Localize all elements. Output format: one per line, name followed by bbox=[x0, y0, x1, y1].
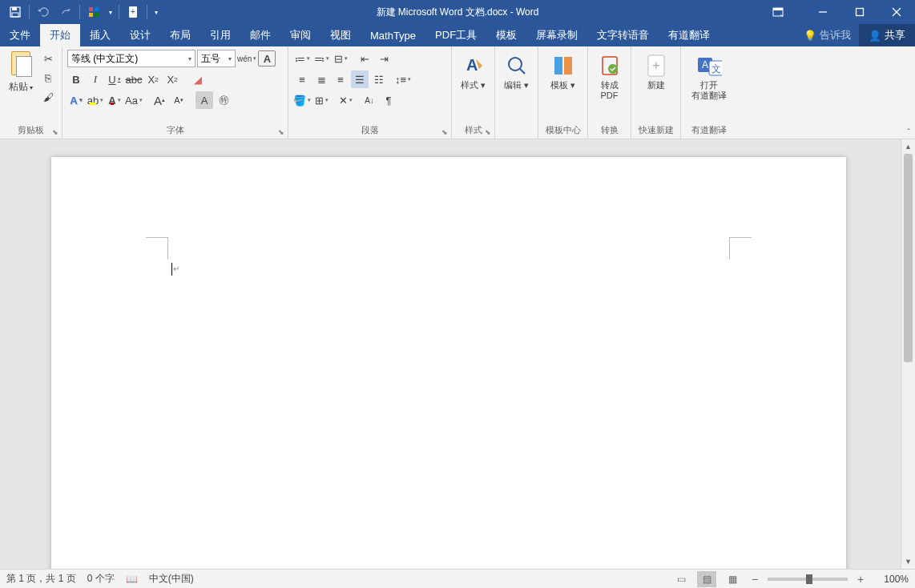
multilevel-list-button[interactable]: ⊟ bbox=[332, 50, 349, 67]
tab-review[interactable]: 审阅 bbox=[280, 24, 320, 46]
zoom-thumb[interactable] bbox=[806, 574, 812, 584]
template-button[interactable]: 模板 ▾ bbox=[543, 50, 582, 94]
collapse-ribbon-button[interactable]: ˆ bbox=[907, 127, 910, 137]
tab-tts[interactable]: 文字转语音 bbox=[587, 24, 659, 46]
distributed-button[interactable]: ☷ bbox=[370, 70, 388, 88]
font-name-combo[interactable]: 等线 (中文正文)▾ bbox=[67, 50, 195, 67]
borders-button[interactable]: ⊞ bbox=[312, 91, 330, 109]
zoom-out-button[interactable]: − bbox=[748, 573, 761, 586]
subscript-button[interactable]: X2 bbox=[144, 70, 162, 88]
vertical-scrollbar[interactable]: ▲ ▼ bbox=[901, 139, 915, 569]
zoom-level[interactable]: 100% bbox=[873, 574, 909, 585]
char-border-button[interactable]: A bbox=[258, 50, 276, 66]
superscript-button[interactable]: X2 bbox=[163, 70, 181, 88]
print-layout-button[interactable]: ▤ bbox=[697, 571, 716, 587]
tell-me-search[interactable]: 💡告诉我 bbox=[796, 24, 859, 46]
maximize-button[interactable] bbox=[841, 0, 878, 24]
tab-layout[interactable]: 布局 bbox=[160, 24, 200, 46]
text-effects-button[interactable]: A bbox=[67, 91, 85, 109]
word-count[interactable]: 0 个字 bbox=[87, 572, 115, 586]
styles-button[interactable]: A 样式 ▾ bbox=[457, 50, 490, 94]
font-color-button[interactable]: A bbox=[106, 91, 123, 109]
tab-view[interactable]: 视图 bbox=[320, 24, 361, 46]
paste-button[interactable]: 粘贴 bbox=[5, 50, 37, 95]
phonetic-guide-button[interactable]: wén bbox=[237, 50, 256, 67]
ribbon-display-options[interactable] bbox=[760, 0, 796, 24]
tab-youdao[interactable]: 有道翻译 bbox=[659, 24, 720, 46]
highlight-button[interactable]: ab bbox=[87, 91, 104, 109]
italic-button[interactable]: I bbox=[87, 70, 104, 88]
tab-mail[interactable]: 邮件 bbox=[240, 24, 280, 46]
template-icon bbox=[550, 53, 576, 79]
align-center-button[interactable]: ≣ bbox=[312, 70, 330, 88]
sort-button[interactable]: A↓ bbox=[361, 91, 378, 109]
align-left-button[interactable]: ≡ bbox=[293, 70, 311, 88]
share-button[interactable]: 👤共享 bbox=[859, 24, 915, 46]
tab-references[interactable]: 引用 bbox=[200, 24, 240, 46]
new-doc-button[interactable]: + bbox=[123, 2, 143, 22]
show-marks-button[interactable]: ¶ bbox=[380, 91, 397, 109]
clear-formatting-button[interactable]: ◢ bbox=[189, 70, 207, 88]
tab-file[interactable]: 文件 bbox=[0, 24, 40, 46]
language-status[interactable]: 中文(中国) bbox=[149, 572, 194, 586]
tab-screenrec[interactable]: 屏幕录制 bbox=[526, 24, 587, 46]
redo-button[interactable] bbox=[55, 2, 76, 22]
align-right-button[interactable]: ≡ bbox=[332, 70, 349, 88]
font-size-combo[interactable]: 五号▾ bbox=[197, 50, 236, 67]
tab-pdf[interactable]: PDF工具 bbox=[425, 24, 486, 46]
page-count[interactable]: 第 1 页，共 1 页 bbox=[6, 572, 76, 586]
scroll-down-button[interactable]: ▼ bbox=[901, 554, 915, 569]
convert-pdf-button[interactable]: 转成 PDF bbox=[593, 50, 626, 103]
line-spacing-button[interactable]: ↕≡ bbox=[394, 70, 412, 88]
close-button[interactable] bbox=[878, 0, 915, 24]
web-layout-button[interactable]: ▦ bbox=[723, 571, 742, 587]
cut-button[interactable]: ✂ bbox=[39, 50, 57, 67]
read-mode-button[interactable]: ▭ bbox=[671, 571, 691, 587]
scroll-thumb[interactable] bbox=[904, 154, 913, 362]
edit-button[interactable]: 编辑 ▾ bbox=[500, 50, 533, 94]
numbering-button[interactable]: ≕ bbox=[312, 50, 330, 67]
tab-insert[interactable]: 插入 bbox=[80, 24, 120, 46]
tab-template[interactable]: 模板 bbox=[486, 24, 526, 46]
shrink-font-button[interactable]: A▾ bbox=[170, 91, 187, 109]
zoom-in-button[interactable]: + bbox=[854, 573, 867, 586]
page[interactable]: ↵ bbox=[51, 157, 846, 569]
document-area[interactable]: ↵ bbox=[0, 139, 901, 569]
qat-customize[interactable]: ▾ bbox=[151, 2, 162, 22]
scroll-track[interactable] bbox=[901, 154, 915, 554]
enclose-char-button[interactable]: ㊕ bbox=[215, 91, 232, 109]
titlebar: ▾ + ▾ 新建 Microsoft Word 文档.docx - Word bbox=[0, 0, 915, 24]
undo-button[interactable] bbox=[33, 2, 54, 22]
tab-home[interactable]: 开始 bbox=[40, 24, 80, 46]
tab-design[interactable]: 设计 bbox=[120, 24, 160, 46]
addon-dropdown[interactable]: ▾ bbox=[106, 2, 115, 22]
format-painter-button[interactable]: 🖌 bbox=[39, 88, 57, 106]
styles-launcher[interactable]: ⬊ bbox=[483, 127, 493, 137]
bold-button[interactable]: B bbox=[67, 70, 85, 88]
youdao-button[interactable]: A文 打开 有道翻译 bbox=[686, 50, 732, 103]
strikethrough-button[interactable]: abc bbox=[125, 70, 143, 88]
save-button[interactable] bbox=[5, 2, 26, 22]
clipboard-launcher[interactable]: ⬊ bbox=[50, 127, 60, 137]
change-case-button[interactable]: Aa bbox=[125, 91, 143, 109]
font-launcher[interactable]: ⬊ bbox=[276, 127, 286, 137]
zoom-slider[interactable] bbox=[768, 578, 848, 581]
snap-to-grid-button[interactable]: ✕ bbox=[337, 91, 354, 109]
underline-button[interactable]: U bbox=[106, 70, 123, 88]
shading-button[interactable]: 🪣 bbox=[293, 91, 311, 109]
paragraph-launcher[interactable]: ⬊ bbox=[440, 127, 449, 137]
scroll-up-button[interactable]: ▲ bbox=[901, 139, 915, 154]
addon-button[interactable] bbox=[83, 2, 104, 22]
bullets-button[interactable]: ≔ bbox=[293, 50, 311, 67]
copy-button[interactable]: ⎘ bbox=[39, 69, 57, 87]
justify-button[interactable]: ☰ bbox=[351, 70, 369, 88]
grow-font-button[interactable]: A▴ bbox=[151, 91, 168, 109]
increase-indent-button[interactable]: ⇥ bbox=[375, 50, 393, 67]
minimize-button[interactable] bbox=[804, 0, 841, 24]
tab-mathtype[interactable]: MathType bbox=[361, 24, 425, 46]
new-button[interactable]: + 新建 bbox=[636, 50, 675, 94]
decrease-indent-button[interactable]: ⇤ bbox=[356, 50, 373, 67]
svg-rect-19 bbox=[564, 57, 572, 75]
char-shading-button[interactable]: A bbox=[195, 91, 213, 109]
spell-check-icon[interactable]: 📖 bbox=[126, 574, 138, 585]
